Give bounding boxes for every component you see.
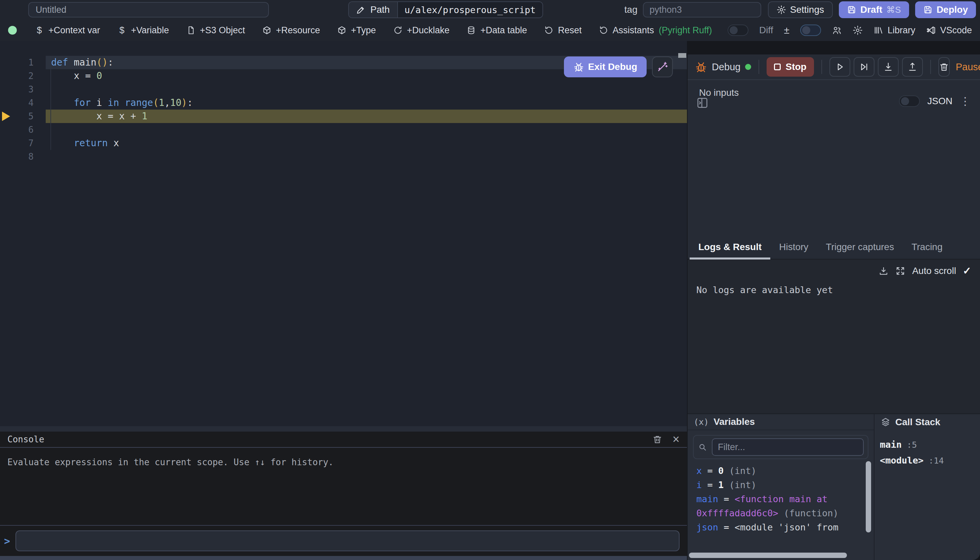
line-gutter: 8 bbox=[0, 150, 46, 163]
right-panel: Debug Stop Paused bbox=[687, 41, 980, 560]
variables-panel: (x) Variables x = 0 (int)i = 1 (int)main… bbox=[687, 414, 874, 560]
trash-icon bbox=[939, 62, 949, 72]
line-body bbox=[46, 83, 687, 96]
code-editor[interactable]: 1def main():2 x = 034 for i in range(1,1… bbox=[0, 41, 687, 426]
json-toggle[interactable] bbox=[899, 95, 920, 107]
callstack-frames: main :5<module> :14 bbox=[875, 430, 980, 475]
variables-horizontal-scrollbar[interactable] bbox=[689, 553, 847, 558]
console-bottom-strip bbox=[0, 556, 687, 560]
download-icon[interactable] bbox=[879, 266, 888, 276]
variables-vertical-scrollbar[interactable] bbox=[866, 461, 871, 532]
step-into-button[interactable] bbox=[878, 57, 898, 77]
plus-minus-icon: ± bbox=[784, 25, 789, 36]
save-icon bbox=[923, 5, 933, 15]
close-icon: × bbox=[672, 432, 680, 446]
bug-icon bbox=[695, 61, 707, 73]
settings-button[interactable]: Settings bbox=[768, 1, 833, 18]
gear-icon[interactable] bbox=[853, 25, 863, 35]
multiplayer-toggle[interactable] bbox=[800, 25, 821, 36]
panel-resize-handle[interactable] bbox=[0, 426, 687, 432]
code-line-5[interactable]: 5 x = x + 1 bbox=[0, 110, 687, 123]
vscode-button[interactable]: VScode bbox=[926, 25, 972, 36]
toolbar-button-assistants[interactable]: Assistants(Pyright Ruff) bbox=[599, 25, 712, 36]
script-name-input[interactable] bbox=[28, 2, 269, 17]
library-button[interactable]: Library bbox=[874, 25, 915, 36]
toolbar-button-variable[interactable]: $+Variable bbox=[117, 25, 169, 36]
line-number: 6 bbox=[15, 125, 33, 135]
console-input[interactable] bbox=[15, 530, 680, 551]
dollar-icon: $ bbox=[34, 25, 44, 36]
expand-icon[interactable] bbox=[895, 266, 905, 276]
autoscroll-label[interactable]: Auto scroll bbox=[912, 265, 956, 276]
path-group[interactable]: Path u/alex/prosperous_script bbox=[348, 1, 543, 18]
toolbar-button-context-var[interactable]: $+Context var bbox=[34, 25, 100, 36]
tab-trigger-captures[interactable]: Trigger captures bbox=[817, 235, 903, 259]
console-input-row: > bbox=[0, 525, 687, 556]
draft-label: Draft bbox=[860, 4, 882, 15]
callstack-frame[interactable]: <module> :14 bbox=[880, 453, 975, 468]
debug-state-label: Paused bbox=[956, 62, 980, 73]
code-line-3[interactable]: 3 bbox=[0, 83, 687, 96]
variable-item-main[interactable]: main = <function main at 0xffffadadd6c0>… bbox=[696, 492, 859, 520]
code-line-8[interactable]: 8 bbox=[0, 150, 687, 163]
variables-filter-input[interactable] bbox=[712, 438, 864, 456]
editor-toolbar: $+Context var$+Variable+S3 Object+Resour… bbox=[0, 20, 980, 41]
code-line-4[interactable]: 4 for i in range(1,10): bbox=[0, 96, 687, 110]
clear-console-button[interactable] bbox=[652, 434, 662, 444]
code-line-6[interactable]: 6 bbox=[0, 123, 687, 137]
step-over-icon bbox=[859, 62, 869, 72]
line-gutter: 4 bbox=[0, 96, 46, 110]
toolbar-button-s3-object[interactable]: +S3 Object bbox=[186, 25, 245, 36]
variable-item-i[interactable]: i = 1 (int) bbox=[696, 478, 859, 492]
toolbar-button-reset[interactable]: Reset bbox=[544, 25, 582, 36]
kebab-menu-button[interactable]: ⋮ bbox=[960, 96, 971, 106]
continue-button[interactable] bbox=[829, 57, 850, 77]
refresh-icon bbox=[544, 25, 554, 35]
line-body: return x bbox=[46, 137, 687, 150]
editor-scrollbar-thumb[interactable] bbox=[678, 53, 686, 58]
check-icon[interactable]: ✓ bbox=[963, 265, 971, 277]
toolbar-button-type[interactable]: +Type bbox=[337, 25, 376, 36]
path-edit-button[interactable]: Path bbox=[349, 2, 397, 17]
deploy-button[interactable]: Deploy bbox=[915, 1, 976, 18]
stop-label: Stop bbox=[785, 62, 806, 72]
exit-debug-button[interactable]: Exit Debug bbox=[564, 57, 647, 77]
close-console-button[interactable]: × bbox=[672, 434, 680, 444]
toolbar-label: +Resource bbox=[276, 25, 320, 36]
users-icon[interactable] bbox=[832, 25, 842, 35]
toolbar-button-resource[interactable]: +Resource bbox=[262, 25, 320, 36]
console-actions: × bbox=[652, 434, 680, 444]
tab-logs-result[interactable]: Logs & Result bbox=[690, 235, 770, 259]
toolbar-button-ducklake[interactable]: +Ducklake bbox=[393, 25, 450, 36]
ai-assistant-button[interactable] bbox=[652, 57, 673, 77]
tab-history[interactable]: History bbox=[770, 235, 817, 259]
callstack-frame[interactable]: main :5 bbox=[880, 437, 975, 453]
logs-section: Auto scroll ✓ No logs are available yet bbox=[687, 260, 980, 413]
indent-guide bbox=[50, 57, 51, 150]
deploy-label: Deploy bbox=[937, 4, 968, 15]
line-body: x = x + 1 bbox=[46, 110, 687, 123]
variable-item-x[interactable]: x = 0 (int) bbox=[696, 464, 859, 478]
divider bbox=[821, 60, 822, 74]
trash-icon bbox=[652, 434, 662, 444]
toolbar-button-data-table[interactable]: +Data table bbox=[466, 25, 527, 36]
toolbar-label: +Variable bbox=[131, 25, 169, 36]
discard-debug-button[interactable] bbox=[938, 57, 950, 77]
vscode-icon bbox=[926, 25, 936, 35]
diff-toggle[interactable] bbox=[728, 25, 749, 36]
stop-button[interactable]: Stop bbox=[767, 57, 814, 77]
line-number: 1 bbox=[15, 57, 33, 68]
path-value[interactable]: u/alex/prosperous_script bbox=[397, 2, 542, 17]
play-icon bbox=[835, 62, 845, 72]
tag-input[interactable] bbox=[643, 2, 761, 17]
code-line-7[interactable]: 7 return x bbox=[0, 137, 687, 150]
callstack-header: Call Stack bbox=[875, 414, 980, 430]
tab-tracing[interactable]: Tracing bbox=[903, 235, 951, 259]
console-title: Console bbox=[7, 434, 44, 444]
step-over-button[interactable] bbox=[854, 57, 875, 77]
step-out-button[interactable] bbox=[902, 57, 923, 77]
toolbar-label: +Ducklake bbox=[407, 25, 450, 36]
code-text: x = 0 bbox=[51, 69, 102, 83]
draft-button[interactable]: Draft ⌘S bbox=[839, 1, 909, 18]
variable-item-json[interactable]: json = <module 'json' from bbox=[696, 520, 859, 535]
